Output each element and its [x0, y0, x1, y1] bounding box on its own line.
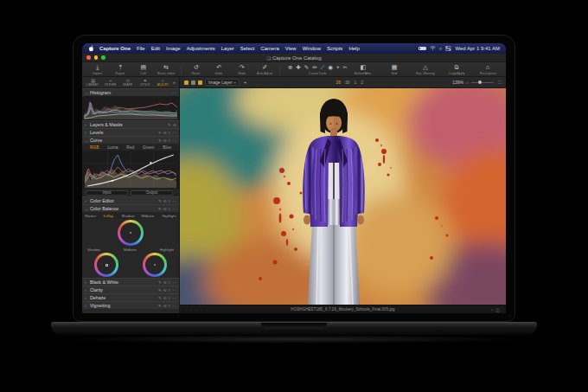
curve-input-field[interactable]: Input	[86, 190, 128, 196]
zoom-slider[interactable]	[471, 82, 494, 83]
menu-item-file[interactable]: File	[137, 46, 145, 51]
recapture-button[interactable]: ⌂ Re-Capture	[475, 64, 501, 75]
curve-tab-luma[interactable]: Luma	[107, 145, 118, 150]
draw-mask-tool-icon[interactable]: ✎	[304, 64, 309, 71]
curve-output-field[interactable]: Output	[131, 190, 173, 196]
highlight-color-wheel[interactable]	[143, 253, 167, 277]
menu-item-select[interactable]: Select	[240, 46, 255, 51]
midtone-color-wheel[interactable]	[118, 220, 144, 246]
menu-app-name[interactable]: Capture One	[99, 46, 131, 51]
count-3[interactable]: 1	[355, 80, 357, 85]
layers-masks-header[interactable]: › Layers & Masks ✎ ⟲	[82, 120, 179, 128]
redo-button[interactable]: ↷ Redo	[232, 64, 252, 75]
magic-brush-tool-icon[interactable]: ◉	[328, 64, 333, 71]
tab-library[interactable]: ▤ LIBRARY	[85, 78, 101, 87]
cull-button[interactable]: ▤ Cull	[133, 64, 153, 75]
levels-header[interactable]: › Levels ✎ ⟲ ≡ ⋯	[82, 128, 179, 136]
menu-clock[interactable]: Wed Apr 1 9:41 AM	[455, 46, 500, 51]
curve-header[interactable]: ⌄ Curve ✎ ⟲ ≡ ⋯	[82, 136, 179, 144]
curve-tab-blue[interactable]: Blue	[163, 145, 171, 150]
pick-color-tool-icon[interactable]: ⌖	[336, 64, 340, 71]
tab-tether[interactable]: ⌁ TETHER	[102, 78, 118, 87]
fullscreen-icon[interactable]: ⛶	[498, 80, 502, 86]
section-header-icons[interactable]: ✎ ⟲	[168, 123, 176, 127]
add-layer-button[interactable]: +	[244, 80, 247, 85]
dehaze-header[interactable]: › Dehaze ✎ ⟲ ≡ ⋯	[82, 293, 179, 301]
tab-adjust[interactable]: ☼ ADJUST	[155, 78, 171, 87]
curve-graph[interactable]	[82, 151, 179, 189]
section-header-icons[interactable]: ✎ ⟲ ≡ ⋯	[158, 207, 176, 211]
zoom-slider-knob[interactable]	[478, 80, 482, 84]
curve-tab-red[interactable]: Red	[126, 145, 134, 150]
color-editor-header[interactable]: › Color Editor ✎ ⟲ ≡ ⋯	[82, 196, 179, 204]
menu-item-layer[interactable]: Layer	[221, 46, 234, 51]
menu-item-help[interactable]: Help	[348, 46, 359, 51]
menu-item-window[interactable]: Window	[303, 46, 321, 51]
pan-tool-icon[interactable]: ⊕	[288, 64, 292, 71]
exposure-warning-button[interactable]: △ Exp. Warning	[412, 64, 438, 75]
before-after-button[interactable]: ◧ Before/After	[350, 64, 376, 75]
grid-button[interactable]: ▦ Grid	[381, 64, 407, 75]
close-window-button[interactable]	[86, 55, 91, 60]
export-button[interactable]: ⤒ Export	[110, 64, 130, 75]
zoom-window-button[interactable]	[101, 55, 105, 60]
minimize-window-button[interactable]	[94, 55, 99, 60]
section-more-icon[interactable]: ⋯	[172, 91, 176, 95]
cb-tab-midtone[interactable]: Midtone	[142, 214, 155, 218]
control-center-icon[interactable]	[445, 46, 451, 52]
mask-swatch-3[interactable]	[198, 80, 202, 85]
mask-swatch-2[interactable]	[191, 80, 195, 85]
auto-adjust-button[interactable]: ✐ Auto Adjust	[254, 64, 274, 75]
section-header-icons[interactable]: ✎ ⟲ ≡ ⋯	[158, 199, 176, 203]
apple-logo-icon[interactable]	[88, 45, 93, 53]
menu-item-view[interactable]: View	[285, 46, 297, 51]
black-white-header[interactable]: › Black & White ✎ ⟲ ≡ ⋯	[82, 278, 179, 286]
count-2[interactable]: 30	[345, 80, 350, 85]
color-balance-header[interactable]: ⌄ Color Balance ✎ ⟲ ≡ ⋯	[82, 204, 179, 212]
undo-button[interactable]: ↶ Undo	[208, 64, 228, 75]
copy-apply-button[interactable]: ⧉ Copy/Apply	[444, 64, 470, 75]
photo-canvas[interactable]	[180, 88, 506, 305]
cb-tab-shadow[interactable]: Shadow	[121, 214, 134, 218]
vignetting-header[interactable]: › Vignetting ✎ ⟲ ≡ ⋯	[82, 301, 179, 309]
footer-left-controls[interactable]: · · · ·	[185, 307, 203, 312]
menu-item-image[interactable]: Image	[166, 46, 181, 51]
battery-icon[interactable]	[419, 47, 426, 51]
zoom-level[interactable]: 139%	[452, 80, 463, 85]
gradient-tool-icon[interactable]: ⟋	[321, 64, 325, 71]
magnifier-icon[interactable]: ⌕	[466, 80, 469, 86]
tab-style[interactable]: ✦ STYLE	[137, 78, 153, 87]
select-tool-icon[interactable]: ✚	[296, 64, 300, 71]
histogram-header[interactable]: ⌄ Histogram ⋯	[82, 88, 179, 96]
footer-right-controls[interactable]: ▫ ◫	[491, 307, 501, 312]
curve-tab-rgb[interactable]: RGB	[90, 145, 99, 150]
tab-shape[interactable]: ◇ SHAPE	[119, 78, 136, 87]
clarity-header[interactable]: › Clarity ✎ ⟲ ≡ ⋯	[82, 286, 179, 293]
layer-select-dropdown[interactable]: Image Layer ▾	[205, 79, 240, 86]
reset-button[interactable]: ↺ Reset	[186, 64, 206, 75]
section-header-icons[interactable]: ✎ ⟲ ≡ ⋯	[158, 304, 176, 308]
cb-tab-master[interactable]: Master	[85, 214, 96, 218]
count-orange[interactable]: 26	[336, 80, 341, 85]
menu-item-adjustments[interactable]: Adjustments	[187, 46, 215, 51]
erase-mask-tool-icon[interactable]: ✏	[312, 64, 316, 71]
cb-tab-3way[interactable]: 3-Way	[104, 214, 114, 218]
mask-swatch-1[interactable]	[184, 80, 189, 85]
menu-item-scripts[interactable]: Scripts	[327, 46, 342, 51]
count-4[interactable]: 2	[361, 80, 363, 85]
curve-tab-green[interactable]: Green	[143, 145, 154, 150]
tabs-overflow-button[interactable]: »	[172, 80, 176, 85]
cb-tab-highlight[interactable]: Highlight	[162, 214, 176, 218]
menu-item-camera[interactable]: Camera	[260, 46, 278, 51]
crop-tool-icon[interactable]: ✂	[343, 64, 348, 71]
shadow-color-wheel[interactable]	[94, 253, 118, 277]
share-online-button[interactable]: ⇆ Share online	[156, 64, 176, 75]
menu-item-edit[interactable]: Edit	[151, 46, 160, 51]
section-header-icons[interactable]: ✎ ⟲ ≡ ⋯	[158, 138, 176, 143]
spotlight-search-icon[interactable]: ⌕	[439, 46, 442, 52]
wifi-icon[interactable]	[430, 46, 436, 51]
import-button[interactable]: ⤓ Import	[87, 64, 107, 75]
section-header-icons[interactable]: ✎ ⟲ ≡ ⋯	[158, 131, 176, 135]
section-header-icons[interactable]: ✎ ⟲ ≡ ⋯	[158, 280, 176, 285]
section-header-icons[interactable]: ✎ ⟲ ≡ ⋯	[158, 288, 176, 292]
